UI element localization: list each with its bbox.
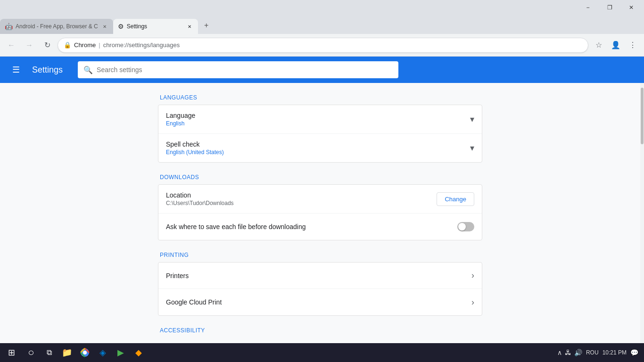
settings-page-title: Settings (32, 65, 63, 75)
google-cloud-print-content: Google Cloud Print (166, 298, 471, 306)
main-layout: Languages Language English ▾ Spell check… (0, 83, 644, 362)
languages-section: Languages Language English ▾ Spell check… (150, 94, 490, 163)
downloads-section-title: Downloads (158, 174, 482, 181)
spell-check-chevron-down-icon: ▾ (470, 143, 474, 153)
lock-icon: 🔒 (64, 41, 71, 49)
ask-save-label: Ask where to save each file before downl… (166, 223, 457, 230)
chrome-label: Chrome (74, 41, 96, 49)
url-path: chrome://settings/languages (103, 41, 180, 49)
location-row-content: Location C:\Users\Tudor\Downloads (166, 191, 437, 206)
accessibility-section: Accessibility (150, 327, 490, 334)
language-label: Language (166, 112, 470, 119)
tab-android-icon: 🤖 (5, 23, 13, 30)
taskbar-icons: ○ ⧉ 📁 ◈ ▶ ◆ (23, 344, 147, 361)
spell-check-label: Spell check (166, 140, 470, 148)
search-bar[interactable]: 🔍 (78, 61, 398, 78)
settings-header: ☰ Settings 🔍 (0, 57, 644, 83)
tab-settings-close[interactable]: ✕ (186, 23, 193, 30)
title-bar: − ❐ ✕ (0, 0, 644, 15)
new-tab-button[interactable]: + (200, 19, 213, 32)
location-label: Location (166, 191, 437, 199)
back-button[interactable]: ← (4, 38, 19, 53)
languages-section-title: Languages (158, 94, 482, 101)
bookmark-button[interactable]: ☆ (591, 38, 606, 53)
url-separator: | (99, 41, 100, 49)
title-bar-controls: − ❐ ✕ (577, 0, 642, 15)
time-display: 10:21 PM (603, 349, 627, 357)
search-input[interactable] (97, 66, 393, 74)
network-icon[interactable]: 🖧 (565, 349, 571, 356)
taskbar-vscode-button[interactable]: ◈ (94, 344, 111, 361)
address-right: ☆ 👤 ⋮ (591, 38, 640, 53)
scrollbar-thumb[interactable] (641, 88, 644, 144)
tab-bar: 🤖 Android - Free App, Browser & C ✕ ⚙ Se… (0, 15, 644, 34)
accessibility-section-title: Accessibility (158, 327, 482, 334)
tab-settings-icon: ⚙ (118, 23, 124, 30)
spell-check-row[interactable]: Spell check English (United States) ▾ (158, 134, 482, 162)
language-row-content: Language English (166, 112, 470, 127)
menu-button[interactable]: ⋮ (625, 38, 640, 53)
search-icon: 🔍 (83, 66, 93, 74)
scrollbar-track[interactable] (640, 83, 644, 362)
toggle-knob (458, 223, 466, 230)
sidebar-menu-button[interactable]: ☰ (8, 61, 25, 78)
taskbar: ⊞ ○ ⧉ 📁 ◈ ▶ ◆ ∧ 🖧 🔊 ROU 10:21 PM 💬 (0, 343, 644, 362)
tab-android-close[interactable]: ✕ (101, 23, 108, 30)
ask-save-row: Ask where to save each file before downl… (158, 214, 482, 240)
downloads-section: Downloads Location C:\Users\Tudor\Downlo… (150, 174, 490, 240)
google-cloud-print-row[interactable]: Google Cloud Print › (158, 289, 482, 315)
address-bar: ← → ↻ 🔒 Chrome | chrome://settings/langu… (0, 34, 644, 57)
google-cloud-print-chevron-right-icon: › (471, 297, 474, 307)
printers-chevron-right-icon: › (471, 271, 474, 280)
notification-icon[interactable]: 💬 (630, 349, 638, 356)
show-hidden-icon[interactable]: ∧ (557, 349, 562, 356)
printing-section: Printing Printers › Google Cloud Print › (150, 252, 490, 316)
taskbar-sys-icons: ∧ 🖧 🔊 (557, 349, 582, 356)
taskbar-task-view-button[interactable]: ⧉ (41, 344, 58, 361)
printers-content: Printers (166, 272, 471, 280)
taskbar-time[interactable]: 10:21 PM (603, 349, 627, 357)
language-chevron-down-icon: ▾ (470, 114, 474, 124)
tab-settings-title: Settings (127, 23, 183, 30)
ask-save-toggle[interactable] (457, 222, 474, 231)
taskbar-search-button[interactable]: ○ (23, 344, 40, 361)
taskbar-right: ∧ 🖧 🔊 ROU 10:21 PM 💬 (557, 349, 642, 357)
language-row[interactable]: Language English ▾ (158, 105, 482, 134)
tab-android-title: Android - Free App, Browser & C (16, 23, 98, 30)
profile-button[interactable]: 👤 (608, 38, 623, 53)
printers-label: Printers (166, 272, 471, 280)
location-path: C:\Users\Tudor\Downloads (166, 200, 437, 206)
printers-row[interactable]: Printers › (158, 263, 482, 289)
svg-point-1 (83, 351, 87, 354)
change-location-button[interactable]: Change (437, 192, 474, 206)
taskbar-play-store-button[interactable]: ▶ (112, 344, 129, 361)
printing-section-title: Printing (158, 252, 482, 258)
forward-button[interactable]: → (22, 38, 37, 53)
taskbar-app6-button[interactable]: ◆ (130, 344, 147, 361)
taskbar-file-explorer-button[interactable]: 📁 (58, 344, 75, 361)
printing-card: Printers › Google Cloud Print › (158, 262, 482, 316)
downloads-card: Location C:\Users\Tudor\Downloads Change… (158, 184, 482, 240)
tab-settings[interactable]: ⚙ Settings ✕ (113, 19, 198, 34)
ask-save-content: Ask where to save each file before downl… (166, 223, 457, 230)
url-bar[interactable]: 🔒 Chrome | chrome://settings/languages (58, 38, 588, 53)
language-sublabel: English (166, 120, 470, 127)
spell-check-row-content: Spell check English (United States) (166, 140, 470, 156)
close-button[interactable]: ✕ (620, 0, 642, 15)
maximize-button[interactable]: ❐ (599, 0, 620, 15)
start-button[interactable]: ⊞ (2, 344, 21, 361)
speaker-icon[interactable]: 🔊 (574, 349, 582, 356)
refresh-button[interactable]: ↻ (40, 38, 55, 53)
content-area: Languages Language English ▾ Spell check… (0, 83, 640, 362)
google-cloud-print-label: Google Cloud Print (166, 298, 471, 306)
tab-android[interactable]: 🤖 Android - Free App, Browser & C ✕ (0, 19, 113, 34)
language-indicator[interactable]: ROU (586, 349, 599, 356)
location-row: Location C:\Users\Tudor\Downloads Change (158, 185, 482, 214)
minimize-button[interactable]: − (577, 0, 599, 15)
spell-check-sublabel: English (United States) (166, 149, 470, 156)
languages-card: Language English ▾ Spell check English (… (158, 105, 482, 163)
taskbar-chrome-button[interactable] (76, 344, 93, 361)
